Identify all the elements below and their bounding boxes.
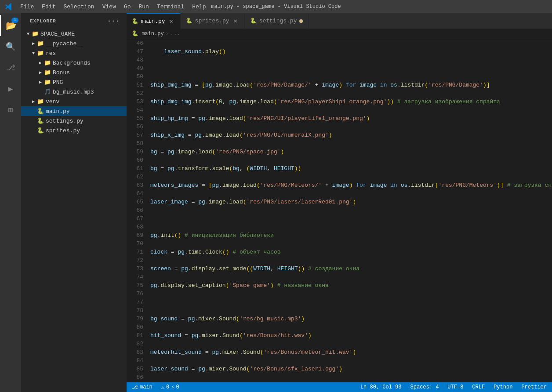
menu-file[interactable]: File (17, 0, 37, 13)
code-line-53: bg = pg.transform.scale(bg, (WIDTH, HEIG… (150, 164, 552, 173)
sidebar-item-venv[interactable]: ▶ 📁 venv (21, 97, 127, 106)
code-line-63: hit_sound = pg.mixer.Sound('res/Bonus/hi… (150, 331, 552, 340)
line-60: 60 (130, 156, 143, 164)
sidebar-item-spritespy[interactable]: ▶ 🐍 sprites.py (21, 126, 127, 135)
code-line-56 (150, 214, 552, 223)
bonus-arrow: ▶ (37, 69, 44, 76)
tab-settingspy[interactable]: 🐍 settings.py (245, 13, 309, 29)
status-branch[interactable]: ⎇ main (130, 382, 154, 392)
line-49: 49 (130, 64, 143, 73)
titlebar: File Edit Selection View Go Run Terminal… (0, 0, 552, 13)
line-63: 63 (130, 181, 143, 189)
tab-spritespy-close[interactable]: ✕ (232, 18, 239, 25)
folder-arrow-space-game: ▼ (25, 30, 32, 37)
status-formatter[interactable]: Prettier (519, 382, 548, 392)
line-55: 55 (130, 114, 143, 123)
code-line-49: ship_dmg_img.insert(0, pg.image.load('re… (150, 98, 552, 106)
line-51: 51 (130, 81, 143, 89)
code-line-60: pg.display.set_caption('Space game') # н… (150, 281, 552, 290)
png-icon: 📁 (44, 79, 51, 86)
sidebar-item-mainpy[interactable]: ▶ 🐍 main.py (21, 106, 127, 116)
menu-edit[interactable]: Edit (38, 0, 59, 13)
code-content[interactable]: laser_sound.play() ship_dmg_img = [pg.im… (149, 39, 552, 382)
menu-run[interactable]: Run (135, 0, 152, 13)
titlebar-title: main.py - space_game - Visual Studio Cod… (211, 4, 341, 10)
warning-icon: ⚡ (171, 384, 174, 391)
tab-spritespy-icon: 🐍 (186, 18, 192, 24)
line-52: 52 (130, 89, 143, 98)
error-count: 0 (166, 384, 169, 390)
git-activity-icon[interactable]: ⎇ (0, 57, 21, 78)
explorer-badge: 1 (11, 18, 18, 23)
line-48: 48 (130, 56, 143, 64)
sidebar-header: EXPLORER ··· (21, 13, 127, 27)
line-83: 83 (130, 348, 143, 356)
breadcrumb: 🐍 main.py › ... (127, 29, 552, 39)
sidebar-tree: ▼ 📁 SPACE_GAME ▶ 📁 __pycache__ ▼ 📁 res ▶… (21, 27, 127, 392)
code-line-59: screen = pg.display.set_mode((WIDTH, HEI… (150, 265, 552, 273)
statusbar-left: ⎇ main ⚠ 0 ⚡ 0 (130, 382, 181, 392)
status-encoding[interactable]: UTF-8 (446, 382, 465, 392)
tab-mainpy[interactable]: 🐍 main.py ✕ (127, 13, 181, 29)
venv-arrow: ▶ (30, 98, 37, 105)
line-73: 73 (130, 265, 143, 273)
sidebar-item-png[interactable]: ▶ 📁 PNG (21, 77, 127, 87)
menu-view[interactable]: View (99, 0, 120, 13)
sidebar-item-bgmusic[interactable]: ▶ 🎵 bg_music.mp3 (21, 87, 127, 97)
sidebar-item-settingspy[interactable]: ▶ 🐍 settings.py (21, 116, 127, 126)
sidebar-item-res[interactable]: ▼ 📁 res (21, 48, 127, 58)
extensions-activity-icon[interactable]: ⊞ (0, 99, 21, 120)
activitybar: 📂 1 🔍 ⎇ ▶ ⊞ (0, 13, 21, 392)
status-cursor[interactable]: Ln 80, Col 93 (359, 382, 403, 392)
status-language[interactable]: Python (492, 382, 514, 392)
line-53: 53 (130, 98, 143, 106)
status-errors[interactable]: ⚠ 0 ⚡ 0 (160, 382, 181, 392)
search-activity-icon[interactable]: 🔍 (0, 36, 21, 57)
menu-go[interactable]: Go (120, 0, 134, 13)
settingspy-label: settings.py (46, 118, 84, 124)
sidebar-item-space-game[interactable]: ▼ 📁 SPACE_GAME (21, 29, 127, 39)
line-86: 86 (130, 373, 143, 381)
status-spaces[interactable]: Spaces: 4 (409, 382, 441, 392)
sidebar-title: EXPLORER (30, 18, 56, 24)
code-line-64: meteorhit_sound = pg.mixer.Sound('res/Bo… (150, 348, 552, 356)
menu-selection[interactable]: Selection (60, 0, 98, 13)
status-eol[interactable]: CRLF (470, 382, 487, 392)
code-line-58: clock = pg.time.Clock() # объект часов (150, 248, 552, 256)
line-47: 47 (130, 47, 143, 56)
sidebar-item-pycache[interactable]: ▶ 📁 __pycache__ (21, 39, 127, 48)
explorer-activity-icon[interactable]: 📂 1 (0, 15, 21, 36)
png-label: PNG (53, 79, 63, 86)
formatter-label: Prettier (521, 384, 547, 390)
sidebar-more-icon[interactable]: ··· (107, 18, 120, 25)
tab-mainpy-close[interactable]: ✕ (168, 18, 175, 25)
line-57: 57 (130, 131, 143, 139)
code-line-62: bg_sound = pg.mixer.Sound('res/bg_music.… (150, 315, 552, 323)
statusbar-right: Ln 80, Col 93 Spaces: 4 UTF-8 CRLF Pytho… (359, 382, 548, 392)
venv-label: venv (46, 98, 59, 105)
code-area[interactable]: 46 47 48 49 50 51 52 53 54 55 56 57 58 5… (127, 39, 552, 382)
code-line-47 (150, 64, 552, 73)
debug-activity-icon[interactable]: ▶ (0, 78, 21, 99)
line-76: 76 (130, 290, 143, 298)
line-70: 70 (130, 240, 143, 248)
menu-terminal[interactable]: Terminal (153, 0, 188, 13)
code-line-57: pg.init() # инициализация библиотеки (150, 231, 552, 240)
code-line-52: bg = pg.image.load('res/PNG/space.jpg') (150, 148, 552, 156)
git-branch-label: main (140, 384, 153, 390)
menu-help[interactable]: Help (189, 0, 209, 13)
tab-spritespy[interactable]: 🐍 sprites.py ✕ (181, 13, 245, 29)
tab-mainpy-label: main.py (141, 18, 165, 25)
encoding-label: UTF-8 (447, 384, 463, 390)
line-64: 64 (130, 189, 143, 198)
space-game-label: SPACE_GAME (40, 31, 75, 37)
editor-area: 🐍 main.py ✕ 🐍 sprites.py ✕ 🐍 settings.py… (127, 13, 552, 392)
code-line-48: ship_dmg_img = [pg.image.load('res/PNG/D… (150, 81, 552, 89)
settingspy-icon: 🐍 (37, 117, 44, 124)
png-arrow: ▶ (37, 79, 44, 86)
sidebar-item-backgrounds[interactable]: ▶ 📁 Backgrounds (21, 58, 127, 68)
line-65: 65 (130, 198, 143, 206)
titlebar-left: File Edit Selection View Go Run Terminal… (4, 0, 210, 13)
sidebar-item-bonus[interactable]: ▶ 📁 Bonus (21, 68, 127, 77)
code-line-50: ship_hp_img = pg.image.load('res/PNG/UI/… (150, 114, 552, 123)
